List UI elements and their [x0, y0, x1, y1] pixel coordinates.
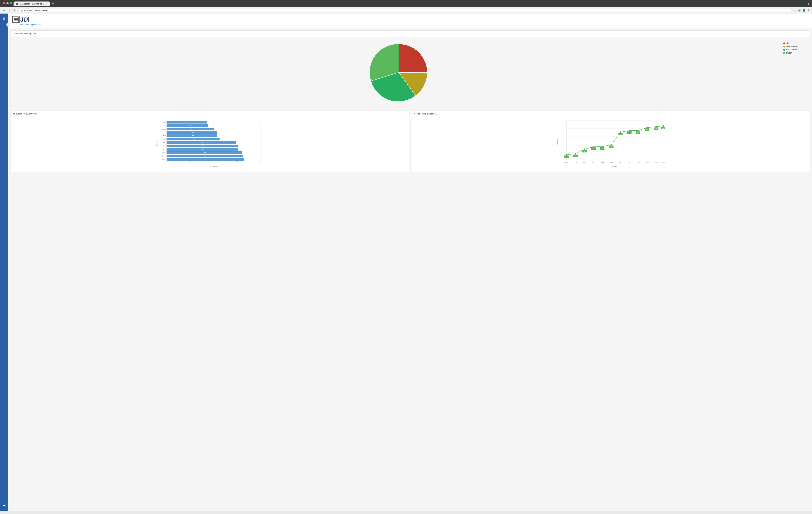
- tab-favicon: ≡: [16, 3, 19, 5]
- logo-i: i: [28, 16, 30, 23]
- forward-button[interactable]: →: [7, 8, 12, 12]
- data-point-nov: [655, 126, 657, 127]
- svg-text:DEC: DEC: [163, 159, 166, 160]
- svg-text:DEC: DEC: [662, 162, 665, 164]
- legend-label-jdi: JDi: [786, 42, 789, 45]
- svg-text:NOV: NOV: [163, 155, 166, 157]
- data-point-oct: [646, 127, 648, 128]
- logo-d: D: [24, 16, 28, 23]
- reload-button[interactable]: ↻: [13, 8, 17, 12]
- bar-chart-menu-icon[interactable]: ≡: [405, 112, 407, 115]
- svg-text:36: 36: [564, 152, 566, 153]
- svg-text:59: 59: [619, 134, 621, 135]
- svg-text:43: 43: [192, 135, 194, 137]
- back-button[interactable]: ←: [2, 8, 6, 12]
- browser-actions: ☆ 🧩 👤 ⋮: [793, 9, 810, 12]
- sidebar-toggle-button[interactable]: ☰: [1, 16, 7, 22]
- svg-text:64: 64: [646, 129, 648, 131]
- legend-dot-open-olifant: [783, 46, 785, 48]
- svg-text:72: 72: [564, 120, 566, 121]
- svg-text:60: 60: [236, 161, 238, 163]
- svg-text:61: 61: [637, 132, 639, 134]
- svg-text:Months: Months: [611, 166, 617, 168]
- logo-tagline: smart web applications: [12, 24, 40, 26]
- svg-text:MAY: MAY: [601, 162, 604, 164]
- tab-close-button[interactable]: ✕: [46, 3, 47, 5]
- svg-text:35: 35: [575, 155, 576, 157]
- svg-text:JUL: JUL: [163, 142, 166, 143]
- bar-chart-area: Months Customers 0 20 40: [11, 117, 409, 172]
- bar-chart-title: All customers by last year: [13, 113, 36, 115]
- svg-text:JAN: JAN: [163, 121, 166, 123]
- svg-text:SEP: SEP: [637, 162, 640, 164]
- legend-label-van-der-valk: Van der Valk: [786, 49, 797, 51]
- pie-chart-menu-icon[interactable]: ≡: [806, 32, 807, 35]
- svg-text:54: 54: [564, 136, 566, 137]
- data-point-jul: [619, 131, 621, 133]
- line-chart-menu-icon[interactable]: ≡: [806, 112, 807, 115]
- svg-text:40: 40: [190, 128, 192, 130]
- pie-chart-header: Customers by companies ≡: [11, 31, 810, 37]
- line-chart-svg: Customers Months 27 36: [415, 119, 806, 168]
- browser-menu-button[interactable]: ⋮: [807, 2, 810, 5]
- svg-text:NOV: NOV: [655, 162, 658, 164]
- data-point-feb: [574, 153, 576, 155]
- svg-text:≡: ≡: [17, 3, 17, 4]
- svg-text:66: 66: [205, 159, 207, 160]
- svg-text:65: 65: [656, 128, 657, 130]
- legend-item-open-olifant: Open Olifant: [783, 46, 806, 48]
- svg-text:MAR: MAR: [583, 162, 586, 164]
- svg-text:63: 63: [564, 127, 566, 130]
- line-chart-area: Customers Months 27 36: [411, 117, 810, 172]
- legend-label-open-olifant: Open Olifant: [786, 46, 797, 48]
- svg-text:43: 43: [602, 148, 603, 150]
- browser-tab-active[interactable]: ≡ Dashboard - JDi Backoffice ✕: [13, 1, 50, 6]
- pie-wrapper: [14, 40, 783, 104]
- traffic-light-red[interactable]: [3, 2, 5, 4]
- main-content: J D i smart web applications Customers b…: [8, 13, 812, 511]
- profile-button[interactable]: 👤: [802, 9, 806, 12]
- charts-area: Customers by companies ≡: [8, 28, 812, 176]
- svg-text:61: 61: [202, 148, 204, 150]
- more-button[interactable]: ⋮: [807, 9, 810, 12]
- extensions-button[interactable]: 🧩: [798, 9, 801, 12]
- svg-text:66: 66: [662, 127, 664, 129]
- data-point-aug: [628, 130, 630, 132]
- svg-text:45: 45: [193, 138, 195, 140]
- svg-text:45: 45: [610, 146, 612, 148]
- legend-dot-jdi: [783, 42, 785, 45]
- svg-text:FEB: FEB: [163, 125, 166, 126]
- pie-legend: JDi Open Olifant Van der Valk HiTec: [783, 40, 806, 54]
- bottom-charts: All customers by last year ≡ Months Cust…: [10, 111, 810, 174]
- data-point-dec: [662, 125, 664, 127]
- tab-title: Dashboard - JDi Backoffice: [20, 3, 45, 5]
- svg-text:61: 61: [202, 145, 204, 147]
- svg-text:AUG: AUG: [628, 162, 631, 164]
- svg-text:SEP: SEP: [163, 148, 166, 150]
- svg-text:AUG: AUG: [163, 145, 166, 147]
- legend-dot-van-der-valk: [783, 49, 785, 51]
- svg-text:34: 34: [207, 121, 208, 123]
- svg-text:JUL: JUL: [619, 162, 622, 164]
- address-bar[interactable]: 🔒 localhost:3000/backoffice/: [19, 8, 792, 12]
- sidebar-expand-button[interactable]: ›: [6, 23, 10, 27]
- data-point-apr: [592, 146, 594, 148]
- svg-text:OCT: OCT: [646, 162, 649, 164]
- line-chart-title: All customers by last year: [414, 113, 437, 115]
- legend-item-jdi: JDi: [783, 42, 806, 45]
- logo-icon: [12, 16, 20, 23]
- new-tab-button[interactable]: +: [50, 1, 55, 6]
- pie-chart-title: Customers by companies: [13, 32, 36, 35]
- logout-button[interactable]: ↦: [3, 504, 6, 508]
- svg-text:JAN: JAN: [565, 162, 568, 164]
- traffic-light-yellow[interactable]: [6, 2, 9, 4]
- line-chart-panel: All customers by last year ≡ Customers M…: [411, 111, 810, 172]
- svg-rect-32: [167, 124, 208, 127]
- svg-text:20: 20: [189, 161, 191, 163]
- data-point-jun: [610, 144, 612, 146]
- data-point-mar: [583, 148, 585, 150]
- svg-text:80: 80: [260, 161, 261, 163]
- logo-area: J D i smart web applications: [12, 16, 40, 26]
- bookmark-button[interactable]: ☆: [793, 9, 796, 12]
- traffic-light-green[interactable]: [10, 2, 12, 4]
